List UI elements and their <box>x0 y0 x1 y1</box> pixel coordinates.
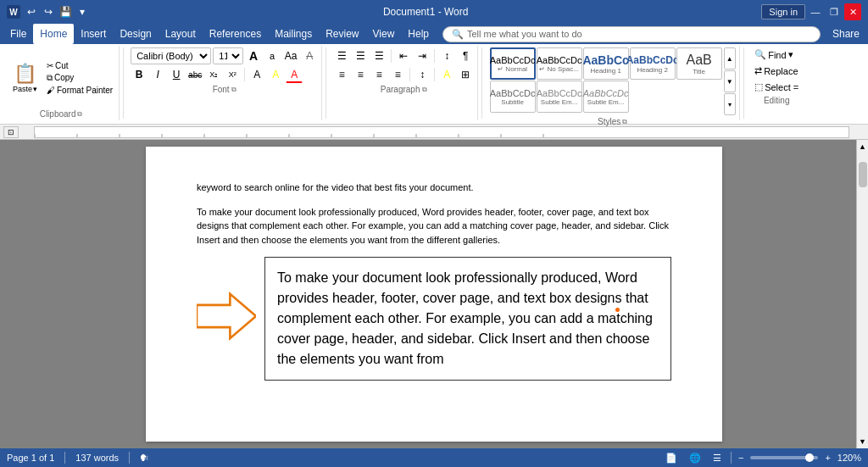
scroll-up-btn[interactable]: ▲ <box>857 140 869 153</box>
zoom-thumb[interactable] <box>805 453 814 462</box>
style-heading2[interactable]: AaBbCcDc Heading 2 <box>630 47 676 80</box>
status-sep3 <box>731 452 732 464</box>
clipboard-label: Clipboard ⧉ <box>7 109 115 119</box>
redo-btn[interactable]: ↪ <box>41 4 56 19</box>
menu-references[interactable]: References <box>203 24 268 44</box>
styles-expand-icon[interactable]: ⧉ <box>622 118 627 126</box>
para-div3 <box>409 68 410 81</box>
text-effects-btn[interactable]: A <box>248 66 265 83</box>
font-shrink-btn[interactable]: a <box>264 47 281 64</box>
style-no-space[interactable]: AaBbCcDc ↵ No Spac... <box>537 47 582 80</box>
save-btn[interactable]: 💾 <box>58 4 73 19</box>
paragraph-expand-icon[interactable]: ⧉ <box>422 86 427 94</box>
align-right-btn[interactable]: ≡ <box>370 66 387 83</box>
style-normal[interactable]: AaBbCcDc ↵ Normal <box>490 47 536 80</box>
normal-label: ↵ Normal <box>498 65 527 73</box>
menu-layout[interactable]: Layout <box>159 24 203 44</box>
multilevel-btn[interactable]: ☰ <box>370 47 387 64</box>
borders-btn[interactable]: ⊞ <box>457 66 474 83</box>
justify-btn[interactable]: ≡ <box>389 66 406 83</box>
styles-controls: AaBbCcDc ↵ Normal AaBbCcDc ↵ No Spac... … <box>490 47 736 115</box>
increase-indent-btn[interactable]: ⇥ <box>414 47 431 64</box>
paragraph-label: Paragraph ⧉ <box>333 85 474 94</box>
scroll-thumb[interactable] <box>859 162 867 187</box>
para-div4 <box>434 68 435 81</box>
show-formatting-btn[interactable]: ¶ <box>457 47 474 64</box>
font-expand-icon[interactable]: ⧉ <box>231 86 236 94</box>
cut-button[interactable]: ✂ Cut <box>44 60 115 71</box>
customize-btn[interactable]: ▾ <box>75 4 90 19</box>
style-subtle-em[interactable]: AaBbCcDc Subtle Em... <box>583 81 629 113</box>
gallery-more-arrow[interactable]: ▾ <box>724 93 736 115</box>
maximize-btn[interactable]: ❐ <box>826 3 843 20</box>
menu-file[interactable]: File <box>3 24 33 44</box>
menu-mailings[interactable]: Mailings <box>268 24 319 44</box>
minimize-btn[interactable]: — <box>807 3 824 20</box>
align-left-btn[interactable]: ≡ <box>333 66 350 83</box>
paste-button[interactable]: 📋 Paste ▾ <box>7 60 43 96</box>
outline-view-btn[interactable]: ☰ <box>710 452 724 464</box>
italic-btn[interactable]: I <box>149 66 166 83</box>
gallery-down-arrow[interactable]: ▼ <box>724 70 736 92</box>
underline-btn[interactable]: U <box>168 66 185 83</box>
shading-btn[interactable]: A <box>438 66 455 83</box>
gallery-up-arrow[interactable]: ▲ <box>724 47 736 69</box>
language-icon: 🗣 <box>140 453 149 463</box>
align-center-btn[interactable]: ≡ <box>352 66 369 83</box>
para-div2 <box>434 49 435 63</box>
find-button[interactable]: 🔍 Find ▾ <box>751 47 802 62</box>
numbering-btn[interactable]: ☰ <box>352 47 369 64</box>
line-spacing-btn[interactable]: ↕ <box>414 66 431 83</box>
share-btn[interactable]: Share <box>827 26 865 42</box>
document-textbox[interactable]: To make your document look professionall… <box>264 257 671 381</box>
subscript-btn[interactable]: X₂ <box>205 66 222 83</box>
menu-insert[interactable]: Insert <box>74 24 113 44</box>
decrease-indent-btn[interactable]: ⇤ <box>395 47 412 64</box>
copy-button[interactable]: ⧉ Copy <box>44 72 115 84</box>
menu-view[interactable]: View <box>366 24 402 44</box>
strikethrough-btn[interactable]: abc <box>186 66 203 83</box>
font-name-select[interactable]: Calibri (Body) <box>131 47 211 64</box>
font-color-btn[interactable]: A <box>286 66 303 83</box>
menu-help[interactable]: Help <box>401 24 436 44</box>
sort-btn[interactable]: ↕ <box>438 47 455 64</box>
style-subtitle[interactable]: AaBbCcDc Subtitle <box>490 81 536 113</box>
close-btn[interactable]: ✕ <box>844 3 861 20</box>
tell-me-text: Tell me what you want to do <box>467 29 582 39</box>
find-dropdown[interactable]: ▾ <box>788 49 793 60</box>
superscript-btn[interactable]: X² <box>224 66 241 83</box>
menu-home[interactable]: Home <box>33 24 74 44</box>
bold-btn[interactable]: B <box>131 66 147 83</box>
font-size-select[interactable]: 11 <box>213 47 243 64</box>
menu-review[interactable]: Review <box>319 24 365 44</box>
undo-btn[interactable]: ↩ <box>24 4 39 19</box>
print-layout-view-btn[interactable]: 📄 <box>663 452 680 464</box>
font-grow-btn[interactable]: A <box>245 47 262 64</box>
select-button[interactable]: ⬚ Select = <box>751 80 802 94</box>
clipboard-group: 📋 Paste ▾ ✂ Cut ⧉ Copy <box>3 46 120 120</box>
format-painter-button[interactable]: 🖌 Format Painter <box>44 85 115 96</box>
zoom-in-btn[interactable]: + <box>825 453 830 463</box>
menu-design[interactable]: Design <box>113 24 158 44</box>
style-title[interactable]: AaB Title <box>676 47 722 80</box>
text-highlight-btn[interactable]: A <box>267 66 284 83</box>
paste-dropdown-arrow[interactable]: ▾ <box>33 85 37 93</box>
sign-in-button[interactable]: Sign in <box>761 4 805 19</box>
zoom-slider[interactable] <box>750 456 818 459</box>
zoom-out-btn[interactable]: − <box>738 453 743 463</box>
nospace-preview: AaBbCcDc <box>537 55 582 65</box>
replace-button[interactable]: ⇄ Replace <box>751 64 802 78</box>
change-case-btn[interactable]: Aa <box>282 47 299 64</box>
clipboard-sub-buttons: ✂ Cut ⧉ Copy 🖌 Format Painter <box>44 60 115 96</box>
web-layout-view-btn[interactable]: 🌐 <box>687 452 704 464</box>
menu-bar: File Home Insert Design Layout Reference… <box>0 24 868 44</box>
style-heading1[interactable]: AaBbCc Heading 1 <box>583 47 629 80</box>
clear-format-btn[interactable]: A <box>301 47 318 64</box>
tell-me-input[interactable]: 🔍 Tell me what you want to do <box>442 26 821 42</box>
font-group: Calibri (Body) 11 A a Aa A B I U abc X₂ … <box>127 46 322 120</box>
bullets-btn[interactable]: ☰ <box>333 47 350 64</box>
style-subtle[interactable]: AaBbCcDc Subtle Em... <box>537 81 582 113</box>
subtitle-preview: AaBbCcDc <box>490 88 536 98</box>
scroll-down-btn[interactable]: ▼ <box>857 435 869 448</box>
clipboard-expand-icon[interactable]: ⧉ <box>77 110 82 119</box>
